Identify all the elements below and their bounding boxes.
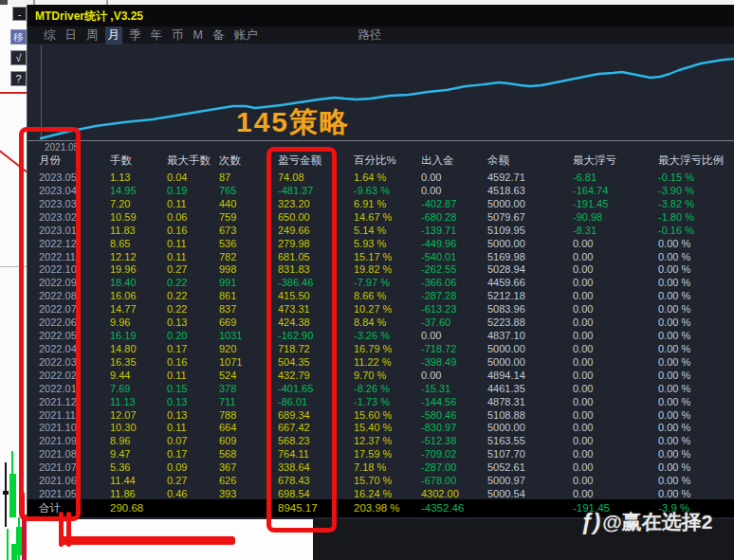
table-cell: 4894.14 xyxy=(487,369,525,382)
column-header: 最大浮亏 xyxy=(573,154,616,168)
tool-button-移[interactable]: 移 xyxy=(10,29,27,45)
menu-item-备[interactable]: 备 xyxy=(210,27,228,45)
table-cell: -15.31 xyxy=(421,382,450,395)
table-cell: -0.15 % xyxy=(658,171,694,184)
table-cell: -9.63 % xyxy=(354,184,390,197)
table-cell: 5000.00 xyxy=(487,355,525,369)
annotation-stroke xyxy=(59,512,64,547)
table-cell: 5000.00 xyxy=(487,421,525,434)
table-row: 2023.051.130.048774.081.64 %0.004592.71-… xyxy=(28,171,734,184)
table-cell: -37.60 xyxy=(421,316,450,329)
table-row: 2021.0511.860.46393698.5416.24 %4302.005… xyxy=(28,487,734,500)
table-cell: 6.91 % xyxy=(354,197,386,210)
table-cell: 1.64 % xyxy=(354,171,386,184)
candlestick xyxy=(18,517,20,560)
table-row: 2022.0714.770.22837473.3110.27 %-613.235… xyxy=(28,302,734,316)
menu-item-账户[interactable]: 账户 xyxy=(230,27,260,45)
annotation-stroke xyxy=(59,536,235,545)
table-cell: 14.77 xyxy=(110,302,137,316)
table-cell: -678.00 xyxy=(421,474,456,487)
table-cell: 10.59 xyxy=(110,210,137,224)
table-cell: 11.44 xyxy=(110,474,136,487)
table-cell: -3.82 % xyxy=(658,197,694,210)
candlestick xyxy=(11,544,17,560)
table-cell: 5.36 xyxy=(110,461,130,474)
table-cell: -144.56 xyxy=(421,395,456,408)
candlestick xyxy=(7,529,9,560)
menu-item-季[interactable]: 季 xyxy=(126,27,144,45)
total-cell: 203.98 % xyxy=(354,499,400,517)
table-cell: 11.13 xyxy=(110,395,136,408)
menu-item-日[interactable]: 日 xyxy=(63,27,81,45)
table-cell: -164.74 xyxy=(573,184,608,197)
menu-item-年[interactable]: 年 xyxy=(148,27,166,45)
table-cell: 0.00 xyxy=(573,342,593,355)
table-cell: 664 xyxy=(219,421,236,434)
table-cell: 5000.00 xyxy=(487,237,525,250)
table-cell: 673 xyxy=(219,224,236,237)
table-cell: 0.11 xyxy=(167,250,187,263)
tool-button-√[interactable]: √ xyxy=(10,50,27,65)
minimize-button[interactable]: - xyxy=(12,7,27,21)
table-cell: 12.37 % xyxy=(354,434,392,447)
table-cell: -6.81 xyxy=(573,171,596,184)
table-cell: 5083.96 xyxy=(487,302,525,316)
table-cell: 5000.54 xyxy=(487,487,525,500)
strategy-label: 145策略 xyxy=(236,103,350,142)
menu-item-路径[interactable]: 路径 xyxy=(355,27,384,45)
table-cell: 17.59 % xyxy=(354,447,392,461)
table-cell: 0.00 xyxy=(573,461,593,474)
table-cell: 4518.63 xyxy=(487,184,525,197)
menu-item-币[interactable]: 币 xyxy=(169,27,187,45)
table-cell: 4592.71 xyxy=(487,171,525,184)
table-row: 2023.0111.830.16673249.665.14 %-139.7151… xyxy=(28,224,734,237)
table-cell: -398.49 xyxy=(421,355,456,369)
table-row: 2023.0210.590.06759650.0014.67 %-680.285… xyxy=(28,210,734,224)
table-cell: 759 xyxy=(219,210,236,224)
table-row: 2022.0414.800.17920718.7216.79 %-718.725… xyxy=(28,342,734,355)
table-cell: 0.00 xyxy=(573,447,593,461)
menu-item-综[interactable]: 综 xyxy=(41,27,59,45)
table-cell: 0.00 % xyxy=(658,289,690,302)
table-cell: 0.00 % xyxy=(658,395,690,408)
titlebar[interactable]: MTDriver统计 ,V3.25 xyxy=(28,5,734,27)
table-cell: 1031 xyxy=(219,329,242,342)
table-cell: 14.67 % xyxy=(354,210,392,224)
table-cell: 4302.00 xyxy=(421,487,459,500)
table-cell: 393 xyxy=(219,487,236,500)
tool-button-?[interactable]: ? xyxy=(10,71,27,86)
table-cell: 0.00 % xyxy=(658,276,690,289)
table-row: 2022.1112.120.11782681.0515.17 %-540.015… xyxy=(28,250,734,263)
table-cell: 1071 xyxy=(219,355,242,369)
table-cell: 5.93 % xyxy=(354,237,386,250)
table-row: 2021.1010.300.11664667.4215.40 %-830.975… xyxy=(28,421,734,434)
column-header: 出入金 xyxy=(421,154,454,168)
table-cell: 920 xyxy=(219,342,236,355)
table-cell: 0.00 xyxy=(421,329,441,342)
menu-item-周[interactable]: 周 xyxy=(83,27,101,45)
table-cell: 9.47 xyxy=(110,447,130,461)
table-cell: -709.02 xyxy=(421,447,456,461)
table-cell: 0.27 xyxy=(167,262,187,276)
table-cell: 0.00 % xyxy=(658,302,690,316)
table-cell: 0.22 xyxy=(167,276,187,289)
table-cell: -1.80 % xyxy=(658,210,694,224)
table-cell: 0.00 % xyxy=(658,262,690,276)
table-cell: 524 xyxy=(219,369,236,382)
table-cell: -0.16 % xyxy=(658,224,694,237)
menu-item-月[interactable]: 月 xyxy=(105,27,123,45)
table-cell: 0.00 xyxy=(573,395,593,408)
table-cell: 15.60 % xyxy=(354,408,392,422)
candlestick xyxy=(22,515,27,560)
table-row: 2021.1112.070.13788689.3415.60 %-580.465… xyxy=(28,408,734,422)
table-cell: 837 xyxy=(219,302,236,316)
table-cell: 5212.18 xyxy=(487,289,525,302)
table-row: 2022.069.960.13669424.388.84 %-37.605223… xyxy=(28,316,734,329)
menu-item-M[interactable]: M xyxy=(191,27,206,43)
table-cell: 5052.61 xyxy=(487,461,525,474)
table-row: 2021.1211.130.13711-86.01-1.73 %-144.564… xyxy=(28,395,734,408)
table-cell: 0.00 % xyxy=(658,237,690,250)
table-cell: 87 xyxy=(219,171,230,184)
table-cell: -540.01 xyxy=(421,250,456,263)
total-cell: 290.68 xyxy=(110,499,143,517)
